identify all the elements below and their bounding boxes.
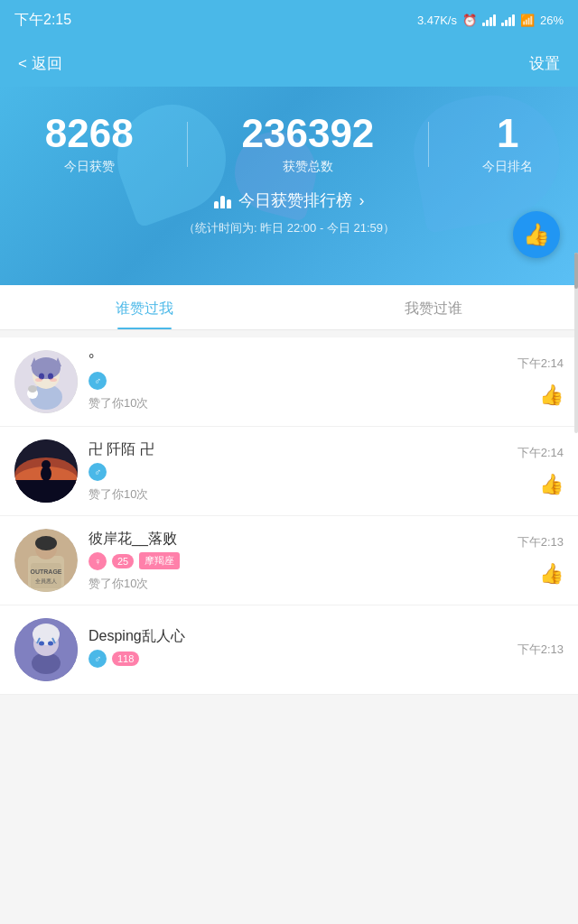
today-rank-label: 今日排名 [482,159,533,175]
list-item: Desping乱人心 ♂ 118 下午2:13 [0,605,578,695]
avatar[interactable] [14,439,78,503]
status-bar: 下午2:15 3.47K/s ⏰ 📶 26% [0,0,578,40]
chart-icon [214,192,231,208]
svg-rect-23 [31,563,61,588]
tab-i-liked-label: 我赞过谁 [405,300,462,316]
settings-button[interactable]: 设置 [529,53,560,74]
item-like-count: 赞了你10次 [89,395,507,411]
svg-point-11 [28,385,37,393]
battery-status: 26% [540,14,564,27]
avatar[interactable] [14,350,78,413]
item-info: 卍 阡陌 卍 ♂ 赞了你10次 [89,440,507,503]
item-right: 下午2:13 [517,642,564,658]
today-likes-label: 今日获赞 [45,159,134,175]
signal-bars-1 [482,14,496,26]
item-name: ° [89,352,507,368]
ranking-arrow-icon: › [359,191,365,210]
item-name: Desping乱人心 [89,627,507,646]
list-item: OUTRAGE 全員悪人 彼岸花__落败 ♀ 25 摩羯座 赞了你10次 下午2… [0,516,578,605]
item-right: 下午2:14 👍 [517,356,564,408]
like-button[interactable]: 👍 [538,472,564,497]
gender-badge: ♂ [89,372,107,390]
item-time: 下午2:13 [517,534,564,550]
today-rank-stat: 1 今日排名 [482,114,533,175]
svg-point-8 [35,378,42,382]
list-item: 卍 阡陌 卍 ♂ 赞了你10次 下午2:14 👍 [0,427,578,516]
like-icon: 👍 [539,562,564,586]
avatar[interactable] [14,618,78,681]
zodiac-badge: 摩羯座 [139,552,180,569]
today-likes-number: 8268 [45,114,134,153]
item-time: 下午2:13 [517,642,564,658]
svg-point-33 [48,642,53,646]
svg-point-3 [32,357,61,379]
like-icon: 👍 [539,383,564,407]
item-info: Desping乱人心 ♂ 118 [89,627,507,673]
item-badges: ♂ 118 [89,650,507,668]
svg-rect-16 [14,480,78,503]
today-likes-stat: 8268 今日获赞 [45,114,134,175]
thumbs-up-icon: 👍 [523,222,550,247]
total-likes-stat: 236392 获赞总数 [242,114,375,175]
tab-i-liked[interactable]: 我赞过谁 [289,285,578,329]
avatar-image [14,350,78,413]
back-button[interactable]: < 返回 [18,53,62,74]
item-badges: ♀ 25 摩羯座 [89,552,507,570]
total-likes-label: 获赞总数 [242,159,375,175]
tabs-container: 谁赞过我 我赞过谁 [0,285,578,330]
item-name: 卍 阡陌 卍 [89,440,507,459]
svg-point-18 [42,460,51,469]
stat-divider-1 [187,122,188,167]
svg-text:OUTRAGE: OUTRAGE [31,568,62,575]
thumbs-up-button[interactable]: 👍 [513,211,560,258]
item-right: 下午2:13 👍 [517,534,564,587]
tab-liked-me-label: 谁赞过我 [116,300,173,316]
list-item: ° ♂ 赞了你10次 下午2:14 👍 [0,337,578,427]
total-likes-number: 236392 [242,114,375,153]
item-info: ° ♂ 赞了你10次 [89,352,507,411]
signal-bars-2 [501,14,515,26]
svg-text:全員悪人: 全員悪人 [35,578,57,584]
item-time: 下午2:14 [517,356,564,372]
svg-point-32 [39,642,44,646]
svg-point-29 [33,624,60,645]
scrollbar-track [574,253,578,433]
network-speed: 3.47K/s [417,14,457,27]
like-button[interactable]: 👍 [538,383,564,408]
scrollbar-thumb[interactable] [574,253,578,289]
age-badge: 118 [112,651,139,666]
age-badge: 25 [112,554,134,568]
alarm-icon: ⏰ [462,14,477,27]
item-like-count: 赞了你10次 [89,576,507,592]
gender-badge: ♂ [89,463,107,481]
nav-bar: < 返回 设置 [0,40,578,87]
item-info: 彼岸花__落败 ♀ 25 摩羯座 赞了你10次 [89,530,507,592]
gender-badge: ♀ [89,552,107,570]
stats-note: （统计时间为: 昨日 22:00 - 今日 21:59） [0,220,578,251]
item-badges: ♂ [89,372,507,390]
avatar-image [14,618,78,681]
item-like-count: 赞了你10次 [89,486,507,503]
svg-point-22 [35,536,57,550]
wifi-icon: 📶 [520,14,535,27]
avatar-image [14,439,78,503]
svg-point-9 [50,378,57,382]
header-stats: 8268 今日获赞 236392 获赞总数 1 今日排名 今日获赞排行榜 › 👍… [0,87,578,285]
ranking-banner[interactable]: 今日获赞排行榜 › [0,189,578,211]
stat-divider-2 [428,122,429,167]
tab-liked-me[interactable]: 谁赞过我 [0,285,289,329]
ranking-banner-text: 今日获赞排行榜 [238,189,352,211]
status-right: 3.47K/s ⏰ 📶 26% [417,14,564,27]
like-button[interactable]: 👍 [538,561,564,587]
stats-row: 8268 今日获赞 236392 获赞总数 1 今日排名 [0,105,578,175]
like-icon: 👍 [539,473,564,496]
item-right: 下午2:14 👍 [517,445,564,497]
avatar[interactable]: OUTRAGE 全員悪人 [14,529,78,592]
gender-badge: ♂ [89,650,107,668]
list-container: ° ♂ 赞了你10次 下午2:14 👍 [0,337,578,695]
item-badges: ♂ [89,463,507,481]
item-time: 下午2:14 [517,445,564,461]
avatar-image: OUTRAGE 全員悪人 [14,529,78,592]
status-time: 下午2:15 [14,11,71,30]
today-rank-number: 1 [482,114,533,153]
